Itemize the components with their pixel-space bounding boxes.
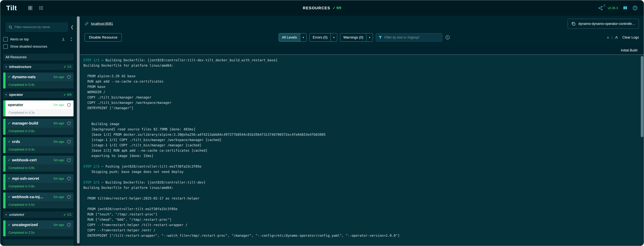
log-line: FROM tiltdev/restart-helper:2025-02-17 a… [84,196,639,201]
group-header-operator[interactable]: ▼operator✓6/6 [3,91,74,98]
resource-filter-input[interactable] [14,25,65,29]
trigger-build-button[interactable] [66,120,72,126]
resource-item-title-row: ✓mpi-ssh-secret5m ago [6,174,74,183]
help-button[interactable]: ? [632,5,638,11]
list-view-icon[interactable] [38,5,44,11]
log-line: Building image [84,121,639,127]
all-resources-button[interactable]: All Resources [3,54,74,60]
warnings-filter-button[interactable]: Warnings (0) [340,33,366,41]
group-header-unlabeled[interactable]: ▼unlabeled✓1/1 [3,212,74,218]
info-icon [445,35,450,40]
alerts-on-top-label: Alerts on top [10,37,29,41]
group-count-value: 1/1 [67,213,72,217]
clear-logs-button[interactable]: Clear Logs [622,35,639,39]
log-line: [stage-1 2/3] COPY ./tilt_bin/manager /w… [84,137,639,143]
log-line-text: FROM jont828/controller:tilt-ee2f30fa33c… [84,207,178,211]
warnings-filter: Warnings (0) ▾ [340,33,373,41]
log-scrollbar[interactable] [641,55,644,246]
book-icon [622,5,628,11]
check-icon: ✓ [333,6,336,10]
log-output[interactable]: STEP 1/5 — Building Dockerfile: [jont828… [80,55,644,246]
resource-name-copy-button[interactable]: dynamo-dynamo-operator-controlle… [568,19,639,29]
log-line-text: [base 2/2] RUN apk add --no-cache ca-cer… [84,149,208,152]
collapse-groups-button[interactable] [61,37,66,41]
level-filter-caret[interactable]: ▾ [300,33,306,41]
font-size-increase-button[interactable]: A [615,35,618,40]
trigger-build-button[interactable] [66,102,72,108]
status-color-bar [3,193,6,209]
errors-filter-button[interactable]: Errors (0) [310,33,330,41]
trigger-build-button[interactable] [66,157,72,163]
log-filter-input[interactable] [384,35,440,39]
level-filter-button[interactable]: All Levels [279,33,300,41]
status-color-bar [3,119,6,135]
check-icon: ✓ [8,158,10,162]
expand-groups-icon [69,37,74,41]
log-step-label: STEP 3/5 [84,181,99,184]
resource-item-webhook-cert[interactable]: ✓webhook-cert5m agoCompleted in 0.8s [3,156,74,172]
endpoint-link[interactable]: localhost:8081 [84,22,113,26]
cluster-status-button[interactable]: 0 [598,5,603,11]
font-size-decrease-button[interactable]: A [607,36,609,39]
resource-name: mpi-ssh-secret [12,176,39,181]
expand-groups-button[interactable] [69,37,74,41]
log-line: ENTRYPOINT ["/manager"] [84,105,639,111]
alerts-on-top-toggle[interactable]: Alerts on top [3,37,29,41]
log-filters: All Levels ▾ Errors (0) ▾ Warnings (0) ▾ [279,33,450,41]
log-line-text: WORKDIR / [84,90,106,94]
log-scrollbar-thumb[interactable] [641,56,644,137]
show-disabled-toggle[interactable]: Show disabled resources [3,44,47,49]
grid-view-icon[interactable] [28,5,33,11]
log-line: RUN apk add --no-cache ca-certificates [84,79,639,84]
filter-info-button[interactable] [445,35,450,40]
resource-item-webhook-ca-inj[interactable]: ✓webhook-ca-inj…5m agoCompleted in 5.5s [3,193,74,209]
group-count: ✓6/6 [64,93,72,97]
group-header-infrastructure[interactable]: ▼infrastructure✓1/1 [3,64,74,70]
resource-status: Completed in 6.3s [6,146,74,153]
resource-item-body: ✓crds5m agoCompleted in 6.3s [6,137,74,153]
log-line-text: FROM alpine:3.20 AS base [84,74,136,78]
sidebar-scrollbar[interactable] [76,16,80,246]
trigger-build-button[interactable] [66,138,72,145]
tilt-logo[interactable]: Tilt [6,4,17,12]
tilt-app: Tilt RESOURCES ✓ 9/9 0 v0.36.3 [0,0,644,246]
resource-item-uncategorized[interactable]: ✓uncategorized5m agoCompleted in 2.5s [3,220,74,236]
trigger-build-button[interactable] [66,175,72,182]
log-line: WORKDIR / [84,89,639,95]
group-collapse-icon[interactable]: ▼ [5,214,7,216]
trigger-build-button[interactable] [66,222,72,228]
sidebar-top: ❮ [6,22,75,32]
resources-tab[interactable]: RESOURCES ✓ 9/9 [303,6,341,10]
sidebar-scrollbar-thumb[interactable] [77,16,80,244]
trigger-build-button[interactable] [66,194,72,200]
group-collapse-icon[interactable]: ▼ [5,94,7,96]
trigger-build-button[interactable] [66,74,72,80]
log-line-text: FROM tiltdev/restart-helper:2025-02-17 a… [84,197,200,200]
resource-status: Completed in 4.3s [6,109,74,116]
resource-item-crds[interactable]: ✓crds5m agoCompleted in 6.3s [3,137,74,153]
resource-item-operator[interactable]: operator5m agoCompleted in 4.3s [3,100,74,116]
resource-name: manager-build [12,121,38,125]
warnings-filter-caret[interactable]: ▾ [366,33,373,41]
check-icon: ✓ [8,177,10,181]
resource-status: Completed in 5.5s [6,201,74,209]
alerts-on-top-checkbox[interactable] [3,37,8,41]
sidebar-collapse-button[interactable]: ❮ [70,25,75,30]
resource-item-body: ✓mpi-ssh-secret5m agoCompleted in 0.8s [6,174,74,190]
show-disabled-checkbox[interactable] [3,44,8,49]
group-collapse-icon[interactable]: ▼ [5,66,7,68]
resource-name-label: dynamo-dynamo-operator-controlle… [578,22,635,26]
resource-status: Completed in 0.4s [6,81,74,88]
disable-resource-button[interactable]: Disable Resource [84,33,122,41]
resource-item-manager-build[interactable]: ✓manager-build6m agoCompleted in 0.6s [3,119,74,135]
resource-item-mpi-ssh-secret[interactable]: ✓mpi-ssh-secret5m agoCompleted in 0.8s [3,174,74,190]
log-line: STEP 1/5 — Building Dockerfile: [jont828… [84,57,639,63]
docs-book-button[interactable] [622,5,628,11]
resource-item-body: ✓dynamo-nats5m agoCompleted in 0.4s [6,72,74,88]
log-line-text: [stage-1 2/3] COPY ./tilt_bin/manager /w… [84,138,222,142]
refresh-icon [66,176,71,181]
resource-item-dynamo-nats[interactable]: ✓dynamo-nats5m agoCompleted in 0.4s [3,72,74,88]
errors-filter-caret[interactable]: ▾ [330,33,337,41]
chevron-down-icon: ▾ [333,36,334,39]
resources-count-value: 9/9 [336,6,341,10]
